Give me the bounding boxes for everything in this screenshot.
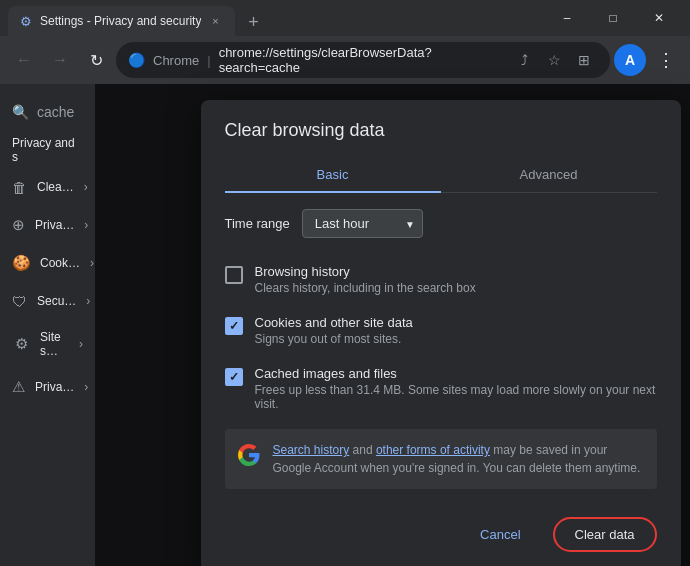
address-url-text: chrome://settings/clearBrowserData?searc… bbox=[219, 45, 502, 75]
new-tab-button[interactable]: + bbox=[239, 8, 267, 36]
other-activity-link[interactable]: other forms of activity bbox=[376, 443, 490, 457]
sidebar-item-label: Clea… bbox=[37, 180, 74, 194]
time-range-label: Time range bbox=[225, 216, 290, 231]
gear-icon: ⚙ bbox=[12, 335, 30, 353]
time-range-select-wrapper[interactable]: Last hour Last 24 hours Last 7 days Last… bbox=[302, 209, 423, 238]
google-account-notice: Search history and other forms of activi… bbox=[225, 429, 657, 489]
clear-browsing-data-dialog: Clear browsing data Basic Advanced Time … bbox=[201, 100, 681, 566]
dialog-title: Clear browsing data bbox=[225, 120, 657, 141]
dialog-header: Clear browsing data Basic Advanced bbox=[201, 100, 681, 193]
maximize-button[interactable]: □ bbox=[590, 0, 636, 36]
bookmark-button[interactable]: ☆ bbox=[540, 46, 568, 74]
tab-close-button[interactable]: × bbox=[207, 13, 223, 29]
sidebar-item-cookies[interactable]: 🍪 Cook… › bbox=[0, 244, 95, 282]
cached-images-checkbox[interactable] bbox=[225, 368, 243, 386]
sidebar-item-label: Cook… bbox=[40, 256, 80, 270]
browsing-history-item: Browsing history Clears history, includi… bbox=[225, 254, 657, 305]
minimize-button[interactable]: – bbox=[544, 0, 590, 36]
browsing-history-text: Browsing history Clears history, includi… bbox=[255, 264, 657, 295]
address-actions: ⤴ ☆ ⊞ bbox=[510, 46, 598, 74]
google-g-icon bbox=[237, 443, 261, 467]
reload-button[interactable]: ↻ bbox=[80, 44, 112, 76]
tab-advanced[interactable]: Advanced bbox=[441, 157, 657, 192]
cookies-title: Cookies and other site data bbox=[255, 315, 657, 330]
sidebar-item-label: Site s… bbox=[40, 330, 69, 358]
sidebar-section-label: Privacy and s bbox=[0, 128, 95, 168]
tab-area: ⚙ Settings - Privacy and security × + bbox=[8, 0, 544, 36]
shield-icon: 🛡 bbox=[12, 292, 27, 310]
sidebar-item-label: Secu… bbox=[37, 294, 76, 308]
tab-basic[interactable]: Basic bbox=[225, 157, 441, 192]
chevron-right-icon: › bbox=[84, 180, 88, 194]
sidebar-search-value: cache bbox=[37, 104, 74, 120]
sidebar-item-privacy-trial[interactable]: ⚠ Priva… › bbox=[0, 368, 95, 406]
cookies-text: Cookies and other site data Signs you ou… bbox=[255, 315, 657, 346]
cookie-icon: 🍪 bbox=[12, 254, 30, 272]
tab-favicon-icon: ⚙ bbox=[20, 14, 34, 28]
menu-button[interactable]: ⋮ bbox=[650, 44, 682, 76]
extension-button[interactable]: ⊞ bbox=[570, 46, 598, 74]
cached-images-title: Cached images and files bbox=[255, 366, 657, 381]
main-content: 🔍 cache Privacy and s 🗑 Clea… › ⊕ Priva…… bbox=[0, 84, 690, 566]
tab-title: Settings - Privacy and security bbox=[40, 14, 201, 28]
cookies-item: Cookies and other site data Signs you ou… bbox=[225, 305, 657, 356]
share-button[interactable]: ⤴ bbox=[510, 46, 538, 74]
sidebar-item-label: Priva… bbox=[35, 380, 74, 394]
cached-images-desc: Frees up less than 31.4 MB. Some sites m… bbox=[255, 383, 657, 411]
search-icon: 🔍 bbox=[12, 104, 29, 120]
cached-images-item: Cached images and files Frees up less th… bbox=[225, 356, 657, 421]
browsing-history-checkbox[interactable] bbox=[225, 266, 243, 284]
sidebar-item-privacy[interactable]: ⊕ Priva… › bbox=[0, 206, 95, 244]
dialog-body: Time range Last hour Last 24 hours Last … bbox=[201, 193, 681, 505]
sidebar: 🔍 cache Privacy and s 🗑 Clea… › ⊕ Priva…… bbox=[0, 84, 95, 566]
search-history-link[interactable]: Search history bbox=[273, 443, 350, 457]
forward-button[interactable]: → bbox=[44, 44, 76, 76]
cookies-checkbox[interactable] bbox=[225, 317, 243, 335]
window-controls: – □ ✕ bbox=[544, 0, 682, 36]
cookies-desc: Signs you out of most sites. bbox=[255, 332, 657, 346]
sidebar-item-clear[interactable]: 🗑 Clea… › bbox=[0, 168, 95, 206]
cancel-button[interactable]: Cancel bbox=[460, 517, 540, 552]
content-pane: Clear browsing data Basic Advanced Time … bbox=[95, 84, 690, 566]
browsing-history-title: Browsing history bbox=[255, 264, 657, 279]
navigation-bar: ← → ↻ 🔵 Chrome | chrome://settings/clear… bbox=[0, 36, 690, 84]
sidebar-item-label: Priva… bbox=[35, 218, 74, 232]
address-separator: | bbox=[207, 53, 210, 68]
chevron-right-icon: › bbox=[84, 380, 88, 394]
close-button[interactable]: ✕ bbox=[636, 0, 682, 36]
title-bar: ⚙ Settings - Privacy and security × + – … bbox=[0, 0, 690, 36]
clear-data-button[interactable]: Clear data bbox=[553, 517, 657, 552]
address-bar[interactable]: 🔵 Chrome | chrome://settings/clearBrowse… bbox=[116, 42, 610, 78]
active-tab[interactable]: ⚙ Settings - Privacy and security × bbox=[8, 6, 235, 36]
address-chrome-label: Chrome bbox=[153, 53, 199, 68]
plus-circle-icon: ⊕ bbox=[12, 216, 25, 234]
back-button[interactable]: ← bbox=[8, 44, 40, 76]
warning-icon: ⚠ bbox=[12, 378, 25, 396]
time-range-row: Time range Last hour Last 24 hours Last … bbox=[225, 209, 657, 238]
sidebar-item-security[interactable]: 🛡 Secu… › bbox=[0, 282, 95, 320]
profile-button[interactable]: A bbox=[614, 44, 646, 76]
cached-images-text: Cached images and files Frees up less th… bbox=[255, 366, 657, 411]
address-security-icon: 🔵 bbox=[128, 52, 145, 68]
chevron-right-icon: › bbox=[86, 294, 90, 308]
chevron-right-icon: › bbox=[90, 256, 94, 270]
dialog-footer: Cancel Clear data bbox=[201, 505, 681, 566]
dialog-tabs: Basic Advanced bbox=[225, 157, 657, 193]
chevron-right-icon: › bbox=[84, 218, 88, 232]
sidebar-search[interactable]: 🔍 cache bbox=[0, 96, 95, 128]
browsing-history-desc: Clears history, including in the search … bbox=[255, 281, 657, 295]
google-notice-between: and bbox=[353, 443, 376, 457]
time-range-select[interactable]: Last hour Last 24 hours Last 7 days Last… bbox=[302, 209, 423, 238]
chevron-right-icon: › bbox=[79, 337, 83, 351]
trash-icon: 🗑 bbox=[12, 178, 27, 196]
google-notice-text: Search history and other forms of activi… bbox=[273, 441, 645, 477]
sidebar-item-site-settings[interactable]: ⚙ Site s… › bbox=[0, 320, 95, 368]
